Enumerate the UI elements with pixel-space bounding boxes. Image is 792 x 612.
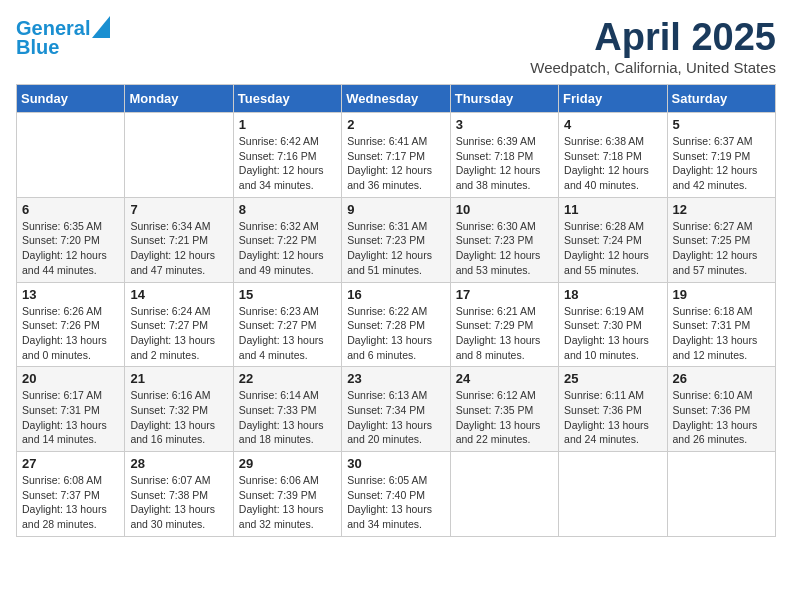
- calendar-day-cell: 23Sunrise: 6:13 AMSunset: 7:34 PMDayligh…: [342, 367, 450, 452]
- day-info: Sunrise: 6:28 AMSunset: 7:24 PMDaylight:…: [564, 219, 661, 278]
- calendar-day-cell: 1Sunrise: 6:42 AMSunset: 7:16 PMDaylight…: [233, 113, 341, 198]
- location: Weedpatch, California, United States: [530, 59, 776, 76]
- day-info: Sunrise: 6:24 AMSunset: 7:27 PMDaylight:…: [130, 304, 227, 363]
- logo-arrow-icon: [92, 16, 110, 38]
- day-number: 11: [564, 202, 661, 217]
- day-number: 6: [22, 202, 119, 217]
- day-number: 19: [673, 287, 770, 302]
- calendar-day-cell: [125, 113, 233, 198]
- day-info: Sunrise: 6:37 AMSunset: 7:19 PMDaylight:…: [673, 134, 770, 193]
- calendar-week-row: 20Sunrise: 6:17 AMSunset: 7:31 PMDayligh…: [17, 367, 776, 452]
- calendar-day-cell: 16Sunrise: 6:22 AMSunset: 7:28 PMDayligh…: [342, 282, 450, 367]
- day-number: 14: [130, 287, 227, 302]
- day-number: 26: [673, 371, 770, 386]
- day-info: Sunrise: 6:14 AMSunset: 7:33 PMDaylight:…: [239, 388, 336, 447]
- calendar-day-cell: [17, 113, 125, 198]
- day-info: Sunrise: 6:26 AMSunset: 7:26 PMDaylight:…: [22, 304, 119, 363]
- weekday-header-cell: Monday: [125, 85, 233, 113]
- calendar-day-cell: 21Sunrise: 6:16 AMSunset: 7:32 PMDayligh…: [125, 367, 233, 452]
- weekday-header-cell: Thursday: [450, 85, 558, 113]
- weekday-header-cell: Wednesday: [342, 85, 450, 113]
- day-info: Sunrise: 6:12 AMSunset: 7:35 PMDaylight:…: [456, 388, 553, 447]
- day-number: 5: [673, 117, 770, 132]
- calendar-day-cell: [667, 452, 775, 537]
- title-area: April 2025 Weedpatch, California, United…: [530, 16, 776, 76]
- calendar-day-cell: 4Sunrise: 6:38 AMSunset: 7:18 PMDaylight…: [559, 113, 667, 198]
- calendar-day-cell: 5Sunrise: 6:37 AMSunset: 7:19 PMDaylight…: [667, 113, 775, 198]
- day-info: Sunrise: 6:13 AMSunset: 7:34 PMDaylight:…: [347, 388, 444, 447]
- logo: General Blue: [16, 16, 110, 58]
- day-info: Sunrise: 6:34 AMSunset: 7:21 PMDaylight:…: [130, 219, 227, 278]
- day-number: 9: [347, 202, 444, 217]
- day-info: Sunrise: 6:21 AMSunset: 7:29 PMDaylight:…: [456, 304, 553, 363]
- day-number: 15: [239, 287, 336, 302]
- calendar-day-cell: [559, 452, 667, 537]
- day-number: 21: [130, 371, 227, 386]
- day-number: 23: [347, 371, 444, 386]
- day-number: 18: [564, 287, 661, 302]
- day-info: Sunrise: 6:30 AMSunset: 7:23 PMDaylight:…: [456, 219, 553, 278]
- calendar-day-cell: 17Sunrise: 6:21 AMSunset: 7:29 PMDayligh…: [450, 282, 558, 367]
- day-info: Sunrise: 6:27 AMSunset: 7:25 PMDaylight:…: [673, 219, 770, 278]
- day-number: 16: [347, 287, 444, 302]
- calendar-day-cell: 14Sunrise: 6:24 AMSunset: 7:27 PMDayligh…: [125, 282, 233, 367]
- month-title: April 2025: [530, 16, 776, 59]
- weekday-header-cell: Friday: [559, 85, 667, 113]
- svg-marker-0: [92, 16, 110, 38]
- calendar-day-cell: 18Sunrise: 6:19 AMSunset: 7:30 PMDayligh…: [559, 282, 667, 367]
- day-number: 25: [564, 371, 661, 386]
- calendar-day-cell: 9Sunrise: 6:31 AMSunset: 7:23 PMDaylight…: [342, 197, 450, 282]
- day-number: 8: [239, 202, 336, 217]
- day-number: 20: [22, 371, 119, 386]
- day-number: 12: [673, 202, 770, 217]
- calendar-week-row: 6Sunrise: 6:35 AMSunset: 7:20 PMDaylight…: [17, 197, 776, 282]
- calendar-day-cell: 24Sunrise: 6:12 AMSunset: 7:35 PMDayligh…: [450, 367, 558, 452]
- calendar-day-cell: 2Sunrise: 6:41 AMSunset: 7:17 PMDaylight…: [342, 113, 450, 198]
- weekday-header-row: SundayMondayTuesdayWednesdayThursdayFrid…: [17, 85, 776, 113]
- day-number: 2: [347, 117, 444, 132]
- day-info: Sunrise: 6:38 AMSunset: 7:18 PMDaylight:…: [564, 134, 661, 193]
- weekday-header-cell: Tuesday: [233, 85, 341, 113]
- calendar-day-cell: 30Sunrise: 6:05 AMSunset: 7:40 PMDayligh…: [342, 452, 450, 537]
- day-number: 7: [130, 202, 227, 217]
- day-info: Sunrise: 6:23 AMSunset: 7:27 PMDaylight:…: [239, 304, 336, 363]
- day-info: Sunrise: 6:08 AMSunset: 7:37 PMDaylight:…: [22, 473, 119, 532]
- day-number: 27: [22, 456, 119, 471]
- day-info: Sunrise: 6:31 AMSunset: 7:23 PMDaylight:…: [347, 219, 444, 278]
- calendar-day-cell: 10Sunrise: 6:30 AMSunset: 7:23 PMDayligh…: [450, 197, 558, 282]
- day-info: Sunrise: 6:42 AMSunset: 7:16 PMDaylight:…: [239, 134, 336, 193]
- calendar-week-row: 27Sunrise: 6:08 AMSunset: 7:37 PMDayligh…: [17, 452, 776, 537]
- calendar-day-cell: [450, 452, 558, 537]
- calendar-week-row: 13Sunrise: 6:26 AMSunset: 7:26 PMDayligh…: [17, 282, 776, 367]
- day-number: 13: [22, 287, 119, 302]
- weekday-header-cell: Sunday: [17, 85, 125, 113]
- calendar-week-row: 1Sunrise: 6:42 AMSunset: 7:16 PMDaylight…: [17, 113, 776, 198]
- calendar-day-cell: 25Sunrise: 6:11 AMSunset: 7:36 PMDayligh…: [559, 367, 667, 452]
- calendar-day-cell: 19Sunrise: 6:18 AMSunset: 7:31 PMDayligh…: [667, 282, 775, 367]
- day-number: 22: [239, 371, 336, 386]
- weekday-header-cell: Saturday: [667, 85, 775, 113]
- calendar-day-cell: 7Sunrise: 6:34 AMSunset: 7:21 PMDaylight…: [125, 197, 233, 282]
- day-number: 17: [456, 287, 553, 302]
- day-info: Sunrise: 6:05 AMSunset: 7:40 PMDaylight:…: [347, 473, 444, 532]
- calendar-day-cell: 15Sunrise: 6:23 AMSunset: 7:27 PMDayligh…: [233, 282, 341, 367]
- calendar-day-cell: 22Sunrise: 6:14 AMSunset: 7:33 PMDayligh…: [233, 367, 341, 452]
- logo-text2: Blue: [16, 36, 59, 58]
- day-info: Sunrise: 6:32 AMSunset: 7:22 PMDaylight:…: [239, 219, 336, 278]
- calendar-day-cell: 13Sunrise: 6:26 AMSunset: 7:26 PMDayligh…: [17, 282, 125, 367]
- day-info: Sunrise: 6:10 AMSunset: 7:36 PMDaylight:…: [673, 388, 770, 447]
- day-info: Sunrise: 6:41 AMSunset: 7:17 PMDaylight:…: [347, 134, 444, 193]
- day-number: 24: [456, 371, 553, 386]
- calendar-day-cell: 27Sunrise: 6:08 AMSunset: 7:37 PMDayligh…: [17, 452, 125, 537]
- calendar-day-cell: 11Sunrise: 6:28 AMSunset: 7:24 PMDayligh…: [559, 197, 667, 282]
- day-info: Sunrise: 6:06 AMSunset: 7:39 PMDaylight:…: [239, 473, 336, 532]
- calendar: SundayMondayTuesdayWednesdayThursdayFrid…: [16, 84, 776, 537]
- day-number: 30: [347, 456, 444, 471]
- day-number: 10: [456, 202, 553, 217]
- day-info: Sunrise: 6:35 AMSunset: 7:20 PMDaylight:…: [22, 219, 119, 278]
- day-number: 29: [239, 456, 336, 471]
- calendar-day-cell: 12Sunrise: 6:27 AMSunset: 7:25 PMDayligh…: [667, 197, 775, 282]
- calendar-day-cell: 3Sunrise: 6:39 AMSunset: 7:18 PMDaylight…: [450, 113, 558, 198]
- calendar-day-cell: 26Sunrise: 6:10 AMSunset: 7:36 PMDayligh…: [667, 367, 775, 452]
- day-number: 3: [456, 117, 553, 132]
